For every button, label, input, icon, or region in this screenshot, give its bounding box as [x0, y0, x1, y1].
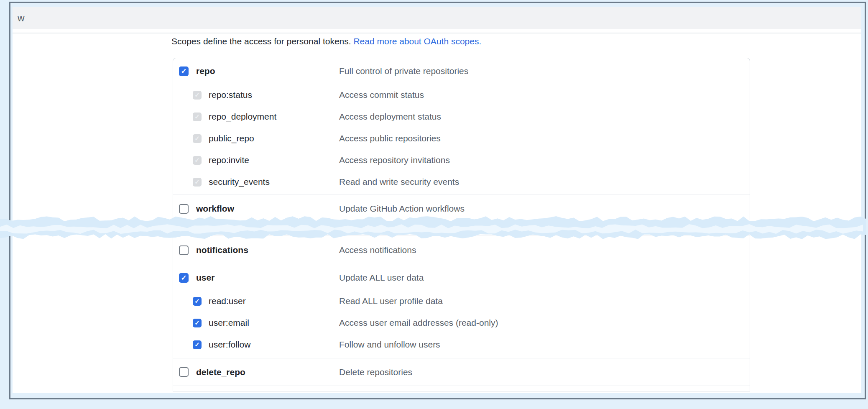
scope-description: Access public repositories	[339, 133, 441, 143]
cut-off-row	[173, 386, 750, 391]
scope-checkbox[interactable]: ✓	[179, 273, 189, 283]
scope-description: Delete repositories	[339, 367, 412, 377]
header-divider	[13, 33, 861, 33]
scope-description: Access user email addresses (read-only)	[339, 318, 498, 328]
scope-name: public_repo	[209, 133, 254, 143]
scope-row-read-user[interactable]: ✓ read:user Read ALL user profile data	[173, 290, 750, 312]
scope-row-user-follow[interactable]: ✓ user:follow Follow and unfollow users	[173, 334, 750, 355]
note-input[interactable]: w	[13, 7, 861, 29]
scope-name: user:follow	[209, 340, 250, 350]
scopes-intro: Scopes define the access for personal to…	[171, 35, 481, 48]
scope-checkbox: ✓	[193, 178, 202, 187]
scope-description: Access notifications	[339, 245, 416, 255]
scope-name: user	[196, 273, 214, 283]
scopes-card: ✓ repo Full control of private repositor…	[173, 58, 750, 391]
scope-description: Update GitHub Action workflows	[339, 204, 465, 214]
scope-row-user-email[interactable]: ✓ user:email Access user email addresses…	[173, 312, 750, 334]
scope-checkbox: ✓	[193, 91, 202, 100]
scope-description: Read ALL user profile data	[339, 296, 443, 306]
scope-description: Full control of private repositories	[339, 66, 468, 76]
scope-group-notifications: notifications Access notifications	[173, 235, 750, 265]
scope-checkbox: ✓	[193, 134, 202, 143]
scope-description: Read and write security events	[339, 177, 459, 187]
scope-row-notifications[interactable]: notifications Access notifications	[173, 235, 750, 265]
scope-row-delete-repo[interactable]: delete_repo Delete repositories	[173, 358, 750, 386]
scope-name: delete_repo	[196, 367, 245, 377]
scope-description: Follow and unfollow users	[339, 340, 440, 350]
scope-row-repo[interactable]: ✓ repo Full control of private repositor…	[173, 58, 750, 84]
scope-checkbox[interactable]: ✓	[193, 340, 202, 349]
scope-name: repo:status	[209, 90, 252, 100]
scope-group-repo: ✓ repo Full control of private repositor…	[173, 58, 750, 194]
scope-name: read:user	[209, 296, 246, 306]
scope-name: user:email	[209, 318, 249, 328]
scope-row-workflow[interactable]: workflow Update GitHub Action workflows	[173, 194, 750, 223]
scope-name: repo	[196, 66, 215, 76]
oauth-scopes-link[interactable]: Read more about OAuth scopes.	[353, 36, 481, 46]
scope-row-user[interactable]: ✓ user Update ALL user data	[173, 265, 750, 290]
scope-group-delete_repo: delete_repo Delete repositories	[173, 358, 750, 386]
window-content: w Scopes define the access for personal …	[13, 7, 861, 393]
window-frame: w Scopes define the access for personal …	[9, 2, 866, 399]
scope-name: workflow	[196, 204, 234, 214]
note-input-value: w	[18, 13, 25, 24]
scope-description: Access commit status	[339, 90, 424, 100]
scope-checkbox[interactable]	[179, 245, 189, 255]
scope-row-repo-deployment: ✓ repo_deployment Access deployment stat…	[173, 106, 750, 128]
scope-row-public-repo: ✓ public_repo Access public repositories	[173, 128, 750, 149]
scope-checkbox[interactable]	[179, 204, 189, 214]
scope-name: repo:invite	[209, 155, 249, 165]
scope-group-user: ✓ user Update ALL user data ✓ read:user …	[173, 265, 750, 358]
scope-checkbox[interactable]: ✓	[179, 66, 189, 76]
scope-group-workflow: workflow Update GitHub Action workflows	[173, 194, 750, 235]
scope-name: notifications	[196, 245, 248, 255]
scope-row-security-events: ✓ security_events Read and write securit…	[173, 171, 750, 193]
scope-row-repo-status: ✓ repo:status Access commit status	[173, 84, 750, 106]
scope-description: Access deployment status	[339, 112, 441, 122]
scope-description: Update ALL user data	[339, 273, 424, 283]
scope-row-repo-invite: ✓ repo:invite Access repository invitati…	[173, 149, 750, 171]
scope-checkbox: ✓	[193, 112, 202, 121]
scope-checkbox: ✓	[193, 156, 202, 165]
scopes-intro-text: Scopes define the access for personal to…	[171, 36, 351, 46]
scope-name: repo_deployment	[209, 112, 276, 122]
scope-checkbox[interactable]: ✓	[193, 319, 202, 327]
scope-description: Access repository invitations	[339, 155, 450, 165]
scope-checkbox[interactable]: ✓	[193, 297, 202, 306]
scope-checkbox[interactable]	[179, 367, 189, 377]
scope-name: security_events	[209, 177, 270, 187]
